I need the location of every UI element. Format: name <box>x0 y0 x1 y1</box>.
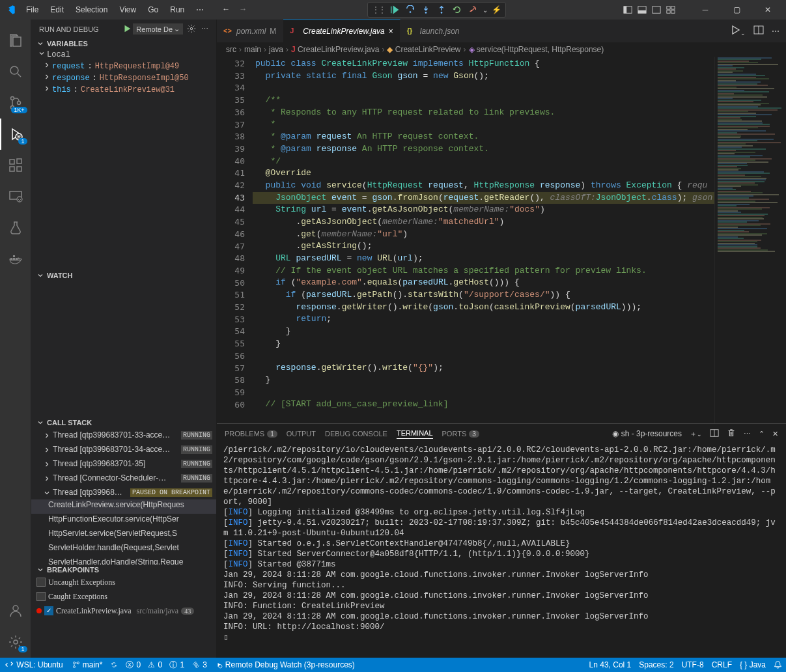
breadcrumb-item[interactable]: src <box>226 45 236 54</box>
panel-tab-problems[interactable]: PROBLEMS1 <box>225 430 277 438</box>
callstack-thread-paused[interactable]: Thread [qtp39968…PAUSED ON BREAKPOINT <box>31 485 216 499</box>
layout-bottom-icon[interactable] <box>638 5 647 14</box>
minimap[interactable] <box>714 57 786 423</box>
accounts-icon[interactable] <box>0 595 31 626</box>
menu-go[interactable]: Go <box>143 3 163 17</box>
breakpoint-checkbox[interactable] <box>36 592 46 601</box>
variable-row[interactable]: request: HttpRequestImpl@49 <box>31 61 216 72</box>
search-icon[interactable] <box>0 56 31 87</box>
callstack-frame[interactable]: CreateLinkPreview.service(HttpReques <box>31 499 216 514</box>
panel-close-icon[interactable]: ✕ <box>772 430 778 438</box>
callstack-thread[interactable]: Thread [qtp399683701-34-acce…RUNNING <box>31 442 216 456</box>
menu-run[interactable]: Run <box>165 3 189 17</box>
editor-tab[interactable]: {}launch.json <box>400 20 467 42</box>
section-breakpoints-header[interactable]: BREAKPOINTS <box>31 565 216 575</box>
panel-maximize-icon[interactable]: ⌃ <box>759 430 765 438</box>
window-minimize-button[interactable]: ─ <box>692 1 718 19</box>
debug-disconnect-button[interactable] <box>467 4 479 16</box>
breadcrumb-item[interactable]: java <box>269 45 283 54</box>
debug-stepinto-button[interactable] <box>420 4 432 16</box>
gear-icon[interactable] <box>187 24 196 35</box>
layout-left-icon[interactable] <box>623 5 632 14</box>
breakpoint-file-row[interactable]: CreateLinkPreview.java src/main/java 43 <box>31 604 216 618</box>
debug-stepout-button[interactable] <box>436 4 447 16</box>
panel-tab-ports[interactable]: PORTS3 <box>442 430 479 438</box>
panel-tab-debug-console[interactable]: DEBUG CONSOLE <box>325 430 387 438</box>
debug-dropdown-icon[interactable]: ⌄ <box>483 7 488 14</box>
menu-file[interactable]: File <box>21 3 44 17</box>
kill-terminal-icon[interactable] <box>727 428 736 439</box>
status-remote[interactable]: WSL: Ubuntu <box>0 658 68 672</box>
section-watch-header[interactable]: WATCH <box>31 270 216 281</box>
panel-tab-output[interactable]: OUTPUT <box>287 430 316 438</box>
callstack-frame[interactable]: ServletHolder.handle(Request,Servlet <box>31 542 216 557</box>
remote-explorer-icon[interactable] <box>0 181 31 212</box>
run-debug-icon[interactable]: 1 <box>0 119 31 150</box>
status-sync[interactable] <box>106 658 122 672</box>
split-terminal-icon[interactable] <box>710 428 719 439</box>
menu-view[interactable]: View <box>114 3 141 17</box>
breadcrumb-item[interactable]: main <box>244 45 261 54</box>
nav-forward-icon[interactable]: → <box>239 5 249 15</box>
breadcrumb-item[interactable]: ◆ CreateLinkPreview <box>387 45 460 54</box>
debug-continue-button[interactable] <box>389 4 400 16</box>
breadcrumbs[interactable]: src›main›java›J CreateLinkPreview.java›◆… <box>217 42 786 57</box>
status-ports[interactable]: 3 <box>188 658 211 672</box>
editor-more-icon[interactable]: ⋯ <box>772 27 779 36</box>
menu-edit[interactable]: Edit <box>45 3 69 17</box>
section-callstack-header[interactable]: CALL STACK <box>31 417 216 428</box>
section-variables-header[interactable]: VARIABLES <box>31 38 216 49</box>
status-problems[interactable]: ⓧ0 ⚠0 ⓘ1 <box>122 658 188 672</box>
status-indentation[interactable]: Spaces: 2 <box>635 660 677 669</box>
run-file-icon[interactable]: ⌄ <box>730 25 746 37</box>
sidebar-more-icon[interactable]: ⋯ <box>201 25 208 33</box>
callstack-frame[interactable]: HttpFunctionExecutor.service(HttpSer <box>31 514 216 528</box>
callstack-thread[interactable]: Thread [Connector-Scheduler-…RUNNING <box>31 471 216 485</box>
breadcrumb-item[interactable]: J CreateLinkPreview.java <box>291 45 379 54</box>
breakpoint-caught-exceptions[interactable]: Caught Exceptions <box>31 589 216 604</box>
callstack-frame[interactable]: HttpServlet.service(ServletRequest,S <box>31 528 216 542</box>
debug-stepover-button[interactable] <box>404 4 416 16</box>
window-maximize-button[interactable]: ▢ <box>723 1 750 19</box>
status-debug-session[interactable]: Remote Debug Watch (3p-resources) <box>211 658 359 672</box>
callstack-thread[interactable]: Thread [qtp399683701-33-acce…RUNNING <box>31 428 216 442</box>
nav-back-icon[interactable]: ← <box>222 5 232 15</box>
launch-config-dropdown[interactable]: Remote De⌄ <box>133 23 183 35</box>
explorer-icon[interactable] <box>0 25 31 56</box>
terminal-selector[interactable]: ◉sh - 3p-resources <box>612 429 682 438</box>
testing-icon[interactable] <box>0 212 31 244</box>
status-eol[interactable]: CRLF <box>708 660 736 669</box>
breakpoint-uncaught-exceptions[interactable]: Uncaught Exceptions <box>31 575 216 589</box>
callstack-frame[interactable]: ServletHandler.doHandle(String,Reque <box>31 557 216 565</box>
debug-restart-button[interactable] <box>451 4 463 16</box>
editor-code[interactable]: public class CreateLinkPreview implement… <box>253 57 714 423</box>
gripper-icon[interactable]: ⋮⋮ <box>372 5 385 14</box>
editor-tab[interactable]: <>pom.xmlM <box>217 20 283 42</box>
settings-gear-icon[interactable]: 1 <box>0 626 31 658</box>
docker-icon[interactable] <box>0 244 31 275</box>
status-branch[interactable]: main* <box>68 658 107 672</box>
start-debug-button[interactable] <box>122 24 132 35</box>
variable-row[interactable]: this: CreateLinkPreview@31 <box>31 84 216 96</box>
source-control-icon[interactable]: 1K+ <box>0 87 31 119</box>
breakpoint-checkbox[interactable] <box>36 578 46 587</box>
split-editor-icon[interactable] <box>753 25 764 37</box>
variables-scope-local[interactable]: Local <box>31 49 216 61</box>
breakpoint-checkbox[interactable] <box>44 606 53 615</box>
layout-right-icon[interactable] <box>652 5 661 14</box>
variable-row[interactable]: response: HttpResponseImpl@50 <box>31 72 216 84</box>
breadcrumb-item[interactable]: ◈ service(HttpRequest, HttpResponse) <box>469 45 604 54</box>
terminal-output[interactable]: /pierrick/.m2/repository/io/cloudevents/… <box>217 443 786 658</box>
panel-more-icon[interactable]: ⋯ <box>744 430 751 438</box>
new-terminal-button[interactable]: ＋⌄ <box>690 429 702 439</box>
window-close-button[interactable]: ✕ <box>755 1 781 19</box>
layout-customize-icon[interactable] <box>666 5 675 14</box>
status-cursor-position[interactable]: Ln 43, Col 1 <box>585 660 636 669</box>
status-language[interactable]: { } Java <box>736 660 770 669</box>
extensions-icon[interactable] <box>0 150 31 181</box>
close-tab-icon[interactable]: × <box>389 27 393 36</box>
menu-selection[interactable]: Selection <box>70 3 113 17</box>
editor-gutter[interactable]: 3233343536373839404142▷43444546474849505… <box>217 57 253 423</box>
menu-overflow[interactable]: ⋯ <box>191 3 209 17</box>
callstack-thread[interactable]: Thread [qtp399683701-35]RUNNING <box>31 456 216 471</box>
